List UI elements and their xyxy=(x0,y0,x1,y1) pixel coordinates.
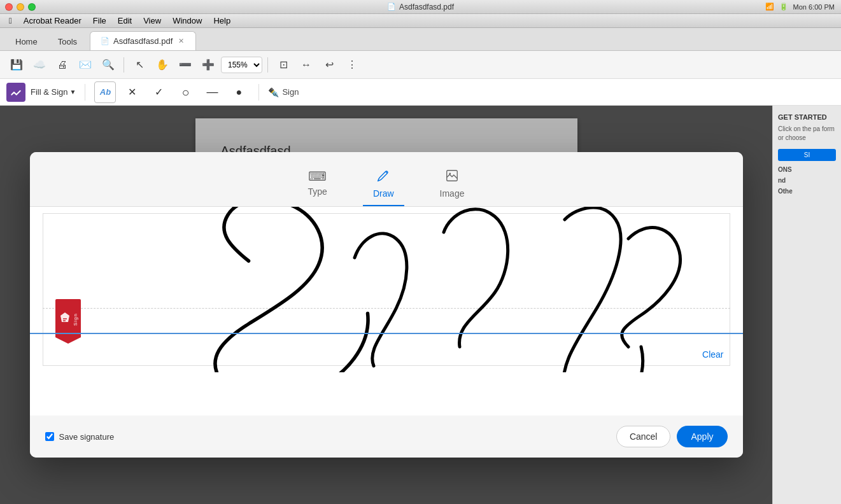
save-signature-label: Save signature xyxy=(59,432,115,442)
sidebar-section-3: Othe xyxy=(778,188,836,195)
keyboard-icon: ⌨ xyxy=(308,169,327,184)
rotate-button[interactable]: ↩ xyxy=(319,55,339,75)
dropdown-icon: ▼ xyxy=(70,88,76,95)
tab-tools[interactable]: Tools xyxy=(48,32,87,50)
image-icon xyxy=(445,169,459,186)
fill-sign-label[interactable]: Fill & Sign ▼ xyxy=(31,87,76,97)
tab-home[interactable]: Home xyxy=(5,32,48,50)
menu-edit[interactable]: Edit xyxy=(113,15,137,27)
cursor-tool[interactable]: ↖ xyxy=(129,55,150,75)
sidebar-description: Click on the pa form or choose xyxy=(778,125,836,143)
circle-tool[interactable]: ○ xyxy=(174,81,196,103)
line-tool[interactable]: — xyxy=(201,81,223,103)
modal-overlay: ⌨ Type Draw xyxy=(0,106,772,504)
sidebar-section-2: nd xyxy=(778,177,836,184)
maximize-button[interactable] xyxy=(28,3,36,11)
hand-tool[interactable]: ✋ xyxy=(152,55,173,75)
fill-sign-app-icon xyxy=(6,83,25,102)
text-field-tool[interactable]: Ab xyxy=(94,81,116,103)
tab-image[interactable]: Image xyxy=(430,162,475,206)
window-controls[interactable] xyxy=(5,3,36,11)
modal-footer: Save signature Cancel Apply xyxy=(30,416,743,458)
upload-button[interactable]: ☁️ xyxy=(29,55,50,75)
print-button[interactable]: 🖨 xyxy=(52,55,73,75)
dot-tool[interactable]: ● xyxy=(228,81,250,103)
wifi-icon: 📶 xyxy=(765,3,774,11)
signature-baseline xyxy=(30,333,743,334)
save-signature-checkbox[interactable] xyxy=(45,432,54,441)
zoom-select[interactable]: 155% 50% 75% 100% 125% 150% 200% 300% xyxy=(221,57,262,73)
signature-dialog: ⌨ Type Draw xyxy=(30,152,743,458)
save-button[interactable]: 💾 xyxy=(6,55,27,75)
menu-file[interactable]: File xyxy=(88,15,111,27)
toolbar: 💾 ☁️ 🖨 ✉️ 🔍 ↖ ✋ ➖ ➕ 155% 50% 75% 100% 12… xyxy=(0,51,841,79)
tab-bar: Home Tools 📄 Asdfasdfasd.pdf ✕ xyxy=(0,28,841,51)
toolbar-separator xyxy=(124,57,124,73)
fill-sign-separator xyxy=(85,84,85,101)
signature-canvas[interactable]: Sign xyxy=(30,207,743,372)
title-bar: 📄 Asdfasdfasd.pdf 📶 🔋 Mon 6:00 PM xyxy=(0,0,841,14)
main-area: Asdfasdfasd ⌨ Type xyxy=(0,106,841,504)
tab-close-icon[interactable]: ✕ xyxy=(176,37,185,46)
sidebar-section-1: ONS xyxy=(778,166,836,173)
email-button[interactable]: ✉️ xyxy=(75,55,95,75)
tab-draw[interactable]: Draw xyxy=(363,162,404,206)
cancel-button[interactable]: Cancel xyxy=(616,426,671,447)
clear-signature-link[interactable]: Clear xyxy=(702,349,723,360)
dialog-buttons: Cancel Apply xyxy=(616,426,728,447)
battery-icon: 🔋 xyxy=(779,3,788,11)
menu-window[interactable]: Window xyxy=(167,15,207,27)
modal-header: ⌨ Type Draw xyxy=(30,152,743,207)
signature-drawing xyxy=(30,207,743,372)
sign-button[interactable]: ✒️ Sign xyxy=(268,87,299,97)
zoom-in-button[interactable]: ➕ xyxy=(198,55,218,75)
menu-bar:  Acrobat Reader File Edit View Window H… xyxy=(0,14,841,28)
fill-sign-bar: Fill & Sign ▼ Ab ✕ ✓ ○ — ● ✒️ Sign xyxy=(0,79,841,106)
more-tools-button[interactable]: ⋮ xyxy=(342,55,362,75)
draw-icon xyxy=(376,169,390,186)
cross-tool[interactable]: ✕ xyxy=(121,81,143,103)
apple-menu[interactable]:  xyxy=(4,15,17,27)
window-title: 📄 Asdfasdfasd.pdf xyxy=(387,3,454,11)
fit-width-button[interactable]: ↔ xyxy=(296,55,316,75)
fill-sign-separator-2 xyxy=(258,84,259,101)
check-tool[interactable]: ✓ xyxy=(148,81,169,103)
pdf-content: Asdfasdfasd ⌨ Type xyxy=(0,106,772,504)
menu-help[interactable]: Help xyxy=(208,15,236,27)
minimize-button[interactable] xyxy=(17,3,24,11)
search-button[interactable]: 🔍 xyxy=(98,55,118,75)
sidebar-title: GET STARTED xyxy=(778,113,836,121)
system-status: 📶 🔋 Mon 6:00 PM xyxy=(765,3,835,11)
tab-file[interactable]: 📄 Asdfasdfasd.pdf ✕ xyxy=(90,31,196,50)
sidebar-action-btn[interactable]: SI xyxy=(778,149,836,161)
right-sidebar: GET STARTED Click on the pa form or choo… xyxy=(772,106,841,504)
modal-body[interactable]: Sign xyxy=(30,207,743,416)
tab-type[interactable]: ⌨ Type xyxy=(298,162,337,206)
fit-page-button[interactable]: ⊡ xyxy=(273,55,293,75)
close-button[interactable] xyxy=(5,3,13,11)
menu-view[interactable]: View xyxy=(138,15,166,27)
menu-acrobat-reader[interactable]: Acrobat Reader xyxy=(18,15,87,27)
toolbar-separator-2 xyxy=(267,57,268,73)
apply-button[interactable]: Apply xyxy=(677,426,727,447)
time-display: Mon 6:00 PM xyxy=(793,3,835,11)
save-signature-section: Save signature xyxy=(45,432,115,442)
zoom-out-button[interactable]: ➖ xyxy=(175,55,195,75)
